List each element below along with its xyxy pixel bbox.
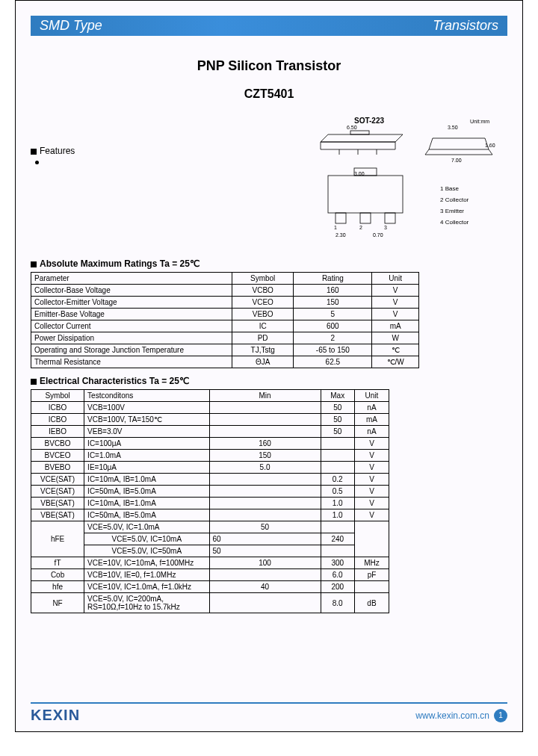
amr-table: Parameter Symbol Rating Unit Collector-B… <box>31 272 419 368</box>
table-row: VCE(SAT)IC=10mA, IB=1.0mA0.2V <box>31 474 389 486</box>
svg-text:Unit:mm: Unit:mm <box>470 119 489 124</box>
dot-bullet-icon <box>35 161 39 164</box>
table-row: Thermal ResistanceΘJA62.5℃/W <box>31 356 419 368</box>
table-header-row: Parameter Symbol Rating Unit <box>31 273 419 285</box>
table-row: VCE=5.0V, IC=50mA50 <box>31 545 389 557</box>
footer-url: www.kexin.com.cn <box>415 710 489 721</box>
square-bullet-icon <box>31 379 37 385</box>
table-row: Power DissipationPD2W <box>31 332 419 344</box>
svg-text:3.50: 3.50 <box>448 125 458 130</box>
ec-heading: Electrical Characteristics Ta = 25℃ <box>31 376 507 386</box>
sot223-outline-icon: SOT-223 Unit:mm 6.50 3.50 1.60 <box>298 116 507 243</box>
table-row: hfeVCE=10V, IC=1.0mA, f=1.0kHz40200 <box>31 581 389 593</box>
svg-text:6.50: 6.50 <box>347 125 357 130</box>
table-row: Collector CurrentIC600mA <box>31 320 419 332</box>
table-header-row: Symbol Testconditons Min Max Unit <box>31 390 389 402</box>
table-row: ICBOVCB=100V, TA=150℃50mA <box>31 414 389 426</box>
svg-rect-20 <box>385 213 395 223</box>
table-row: BVCEOIC=1.0mA150V <box>31 450 389 462</box>
svg-text:1 Base: 1 Base <box>440 185 459 192</box>
table-row: Collector-Base VoltageVCBO160V <box>31 285 419 297</box>
table-row: VCE=5.0V, IC=10mA60240 <box>31 533 389 545</box>
table-row: Operating and Storage Junction Temperatu… <box>31 344 419 356</box>
amr-heading: Absolute Maximum Ratings Ta = 25℃ <box>31 258 507 269</box>
svg-text:2 Collector: 2 Collector <box>440 196 469 203</box>
package-drawing: SOT-223 Unit:mm 6.50 3.50 1.60 <box>298 116 507 244</box>
svg-line-10 <box>425 149 429 155</box>
svg-marker-2 <box>321 134 403 142</box>
table-row: ICBOVCB=100V50nA <box>31 402 389 414</box>
svg-text:2: 2 <box>359 225 362 230</box>
svg-text:4 Collector: 4 Collector <box>440 219 469 226</box>
svg-rect-18 <box>336 213 346 223</box>
svg-text:7.00: 7.00 <box>451 158 462 163</box>
svg-text:3 Emitter: 3 Emitter <box>440 208 464 214</box>
svg-text:2.30: 2.30 <box>336 232 346 238</box>
table-row: VCE(SAT)IC=50mA, IB=5.0mA0.5V <box>31 486 389 498</box>
ec-table: Symbol Testconditons Min Max Unit ICBOVC… <box>31 389 389 613</box>
svg-rect-7 <box>350 131 369 134</box>
table-row: VBE(SAT)IC=50mA, IB=5.0mA1.0V <box>31 509 389 521</box>
part-number: CZT5401 <box>31 87 507 101</box>
page-number: 1 <box>494 709 507 722</box>
svg-line-11 <box>489 149 492 155</box>
page-footer: KEXIN www.kexin.com.cn 1 <box>31 702 507 724</box>
top-section: Features SOT-223 Unit:mm 6.50 <box>31 116 507 244</box>
svg-text:3: 3 <box>384 225 387 230</box>
table-row: NFVCE=5.0V, IC=200mA, RS=10Ω,f=10Hz to 1… <box>31 593 389 613</box>
square-bullet-icon <box>31 261 37 267</box>
svg-text:0.70: 0.70 <box>373 232 383 238</box>
svg-text:1: 1 <box>334 225 337 230</box>
table-row: VBE(SAT)IC=10mA, IB=1.0mA1.0V <box>31 498 389 509</box>
table-row: Emitter-Base VoltageVEBO5V <box>31 309 419 320</box>
svg-text:3.00: 3.00 <box>354 171 365 176</box>
svg-rect-19 <box>360 213 371 223</box>
svg-marker-9 <box>429 138 489 149</box>
features-block: Features <box>31 116 75 244</box>
brand-logo: KEXIN <box>31 707 80 724</box>
table-row: CobVCB=10V, IE=0, f=1.0MHz6.0pF <box>31 569 389 581</box>
svg-text:1.60: 1.60 <box>485 143 495 148</box>
table-row: BVEBOIE=10μA5.0V <box>31 462 389 474</box>
datasheet-page: SMD Type Transistors PNP Silicon Transis… <box>15 0 523 732</box>
features-heading: Features <box>40 146 75 156</box>
table-row: Collector-Emitter VoltageVCEO150V <box>31 297 419 309</box>
header-banner: SMD Type Transistors <box>31 16 507 36</box>
table-row: IEBOVEB=3.0V50nA <box>31 426 389 438</box>
banner-right: Transistors <box>433 18 498 34</box>
svg-rect-16 <box>328 176 403 213</box>
svg-text:SOT-223: SOT-223 <box>354 117 384 125</box>
svg-marker-3 <box>321 142 395 149</box>
doc-title: PNP Silicon Transistor <box>31 58 507 74</box>
banner-left: SMD Type <box>40 18 102 34</box>
table-row: fTVCE=10V, IC=10mA, f=100MHz100300MHz <box>31 557 389 569</box>
table-row: BVCBOIC=100μA160V <box>31 438 389 450</box>
table-row: hFEVCE=5.0V, IC=1.0mA50 <box>31 521 389 533</box>
square-bullet-icon <box>31 149 37 155</box>
